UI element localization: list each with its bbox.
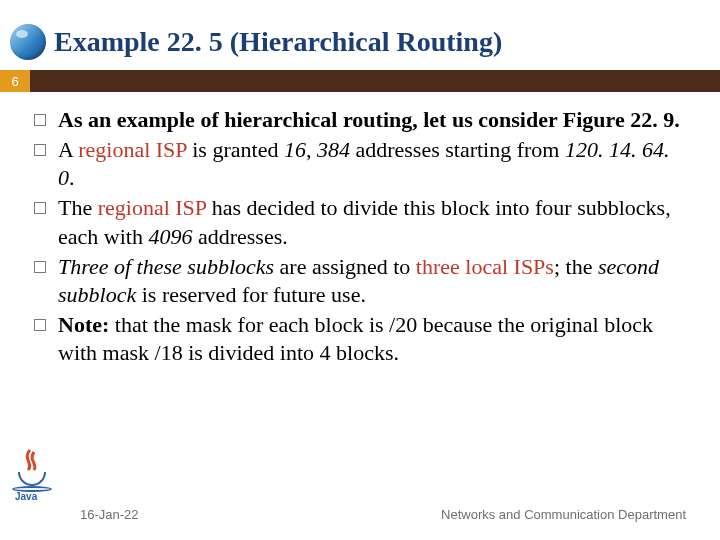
java-logo-icon: Java: [12, 438, 54, 494]
list-item: As an example of hierarchical routing, l…: [58, 106, 690, 134]
footer-date: 16-Jan-22: [80, 507, 139, 522]
bullet-list: As an example of hierarchical routing, l…: [30, 106, 690, 367]
footer-department: Networks and Communication Department: [441, 507, 686, 522]
page-number: 6: [0, 70, 30, 92]
footer: 16-Jan-22 Networks and Communication Dep…: [0, 507, 720, 522]
slide: Example 22. 5 (Hierarchical Routing) 6 A…: [0, 0, 720, 540]
slide-body: As an example of hierarchical routing, l…: [0, 92, 720, 367]
globe-icon: [10, 24, 46, 60]
list-item: The regional ISP has decided to divide t…: [58, 194, 690, 250]
list-item: Three of these subblocks are assigned to…: [58, 253, 690, 309]
list-item: A regional ISP is granted 16, 384 addres…: [58, 136, 690, 192]
page-number-bar: 6: [0, 70, 720, 92]
page-bar-fill: [30, 70, 720, 92]
list-item: Note: that the mask for each block is /2…: [58, 311, 690, 367]
slide-title: Example 22. 5 (Hierarchical Routing): [54, 26, 502, 58]
title-row: Example 22. 5 (Hierarchical Routing): [0, 0, 720, 70]
